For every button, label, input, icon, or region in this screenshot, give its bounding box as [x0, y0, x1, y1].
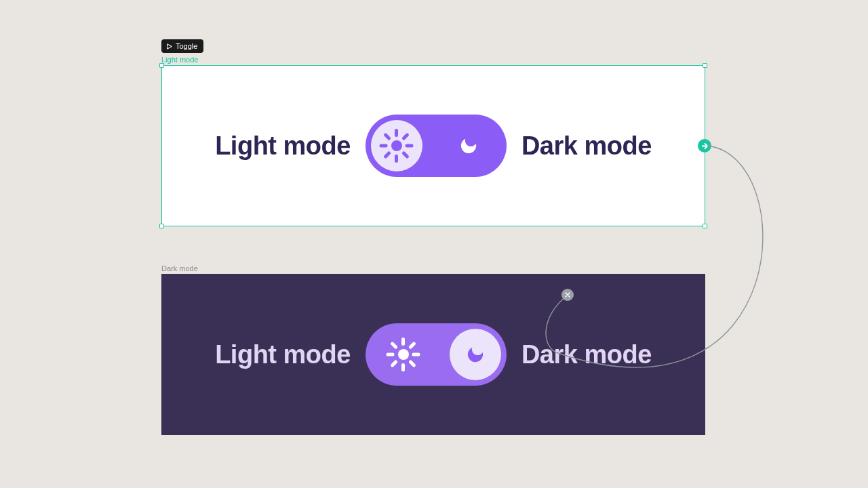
resize-handle-bottom-left[interactable] — [159, 224, 164, 228]
frame-light-mode[interactable]: Light mode Dark mode — [161, 65, 705, 226]
sun-icon — [389, 340, 418, 369]
play-outline-icon — [166, 43, 172, 49]
label-light-mode: Light mode — [215, 131, 351, 161]
frame-label-light[interactable]: Light mode — [161, 56, 198, 64]
toggle-inactive-icon — [437, 115, 500, 177]
interaction-badge-label: Toggle — [176, 42, 197, 50]
label-light-mode: Light mode — [215, 340, 351, 369]
resize-handle-bottom-right[interactable] — [703, 224, 707, 228]
design-canvas[interactable]: Toggle Light mode Dark mode Light mode — [0, 0, 868, 488]
toggle-inactive-icon — [372, 323, 435, 386]
theme-toggle-dark-state[interactable] — [366, 323, 507, 386]
toggle-knob — [450, 329, 501, 380]
resize-handle-top-right[interactable] — [703, 63, 707, 68]
frame-dark-mode[interactable]: Light mode Dark mode — [161, 274, 705, 435]
label-dark-mode: Dark mode — [521, 340, 652, 369]
frame-label-dark[interactable]: Dark mode — [161, 264, 198, 272]
resize-handle-top-left[interactable] — [159, 63, 164, 68]
close-icon — [565, 292, 570, 298]
sun-icon — [382, 131, 412, 161]
moon-icon — [456, 133, 481, 159]
moon-icon — [462, 342, 488, 367]
interaction-badge[interactable]: Toggle — [161, 39, 203, 53]
toggle-knob — [371, 120, 422, 171]
theme-toggle-light-state[interactable] — [366, 115, 507, 177]
arrow-right-icon — [701, 142, 709, 150]
label-dark-mode: Dark mode — [521, 131, 652, 161]
prototype-connection-handle[interactable] — [698, 139, 711, 152]
delete-connection-button[interactable] — [561, 289, 574, 301]
